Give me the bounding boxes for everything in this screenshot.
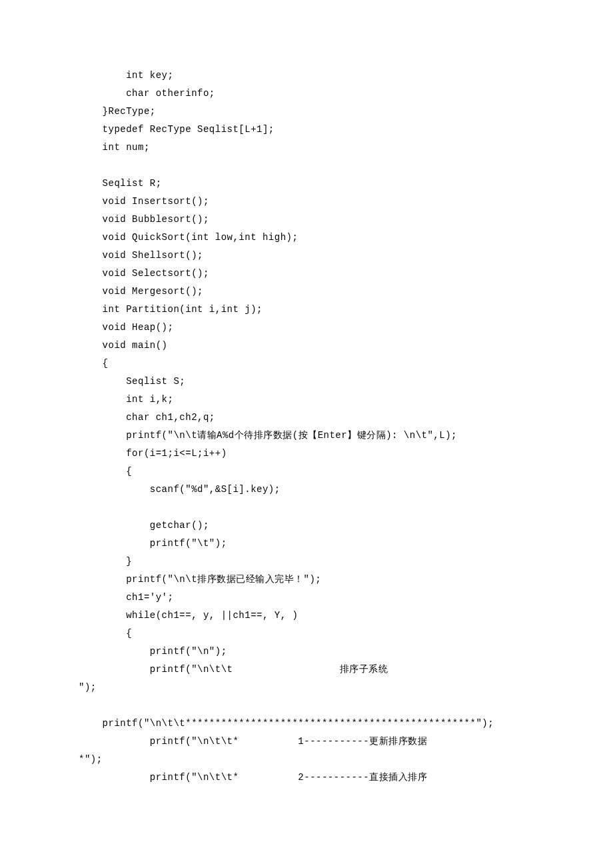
document-page: int key; char otherinfo; }RecType; typed… [0,0,613,868]
code-block: int key; char otherinfo; }RecType; typed… [0,67,613,787]
